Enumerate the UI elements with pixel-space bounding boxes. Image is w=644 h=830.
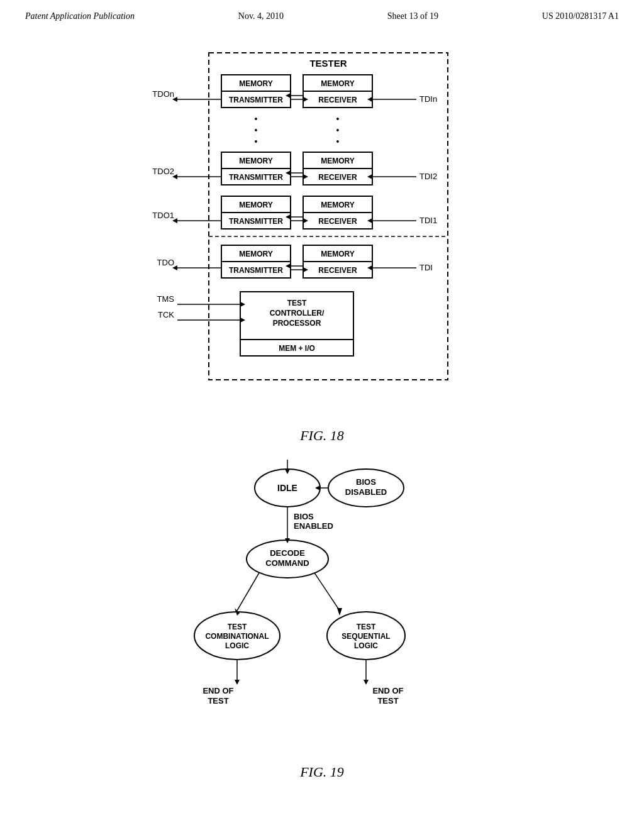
svg-text:TEST: TEST [228, 622, 247, 631]
svg-marker-87 [240, 302, 245, 307]
svg-text:END  OF: END OF [372, 686, 403, 695]
fig19-svg: IDLE BIOS DISABLED BIOS ENABLED DECODE C… [171, 453, 473, 761]
svg-text:END  OF: END OF [203, 686, 233, 695]
svg-text:RECEIVER: RECEIVER [318, 217, 357, 226]
svg-text:BIOS: BIOS [356, 477, 376, 487]
svg-marker-98 [315, 485, 320, 490]
svg-text:MEMORY: MEMORY [321, 157, 355, 165]
svg-text:TEST: TEST [287, 299, 307, 307]
svg-marker-10 [303, 97, 308, 102]
svg-text:TDI1: TDI1 [419, 216, 437, 225]
svg-line-108 [314, 573, 340, 611]
svg-text:TRANSMITTER: TRANSMITTER [229, 266, 283, 275]
fig19-caption: FIG. 19 [171, 764, 473, 780]
svg-text:MEMORY: MEMORY [239, 157, 273, 165]
svg-marker-121 [364, 680, 369, 685]
svg-text:TRANSMITTER: TRANSMITTER [229, 217, 283, 226]
svg-text:TEST: TEST [377, 696, 398, 706]
svg-marker-36 [286, 170, 291, 175]
fig18-svg: TESTER MEMORY TRANSMITTER MEMORY RECEIVE… [140, 40, 504, 424]
svg-text:SEQUENTIAL: SEQUENTIAL [341, 632, 390, 641]
svg-marker-119 [235, 680, 240, 685]
svg-text:PROCESSOR: PROCESSOR [273, 319, 321, 328]
svg-text:TDO2: TDO2 [152, 167, 174, 176]
svg-text:TDI2: TDI2 [419, 172, 437, 181]
svg-text:•: • [336, 136, 340, 147]
svg-marker-52 [303, 218, 308, 223]
svg-text:•: • [255, 114, 258, 124]
svg-text:DISABLED: DISABLED [345, 487, 387, 497]
header-publication: Patent Application Publication [25, 11, 135, 21]
svg-text:TRANSMITTER: TRANSMITTER [229, 173, 283, 182]
svg-text:MEMORY: MEMORY [321, 79, 355, 88]
header-patent-number: US 2010/0281317 A1 [542, 11, 619, 21]
svg-text:LOGIC: LOGIC [225, 641, 249, 650]
svg-text:TEST: TEST [208, 696, 228, 706]
svg-text:TMS: TMS [157, 294, 175, 304]
svg-marker-71 [303, 267, 308, 272]
svg-text:MEMORY: MEMORY [321, 250, 355, 258]
svg-text:MEMORY: MEMORY [321, 201, 355, 209]
tester-title: TESTER [309, 58, 347, 69]
svg-text:TDIn: TDIn [419, 94, 437, 104]
svg-text:MEMORY: MEMORY [239, 79, 273, 88]
svg-marker-12 [286, 93, 291, 98]
fig19-diagram: IDLE BIOS DISABLED BIOS ENABLED DECODE C… [171, 453, 473, 780]
svg-marker-90 [240, 318, 245, 323]
fig18-caption: FIG. 18 [140, 428, 504, 444]
svg-text:•: • [255, 136, 258, 147]
svg-text:ENABLED: ENABLED [294, 521, 333, 531]
header-sheet: Sheet 13 of 19 [387, 11, 438, 21]
svg-text:•: • [336, 125, 340, 135]
svg-text:•: • [255, 125, 258, 135]
main-content: TESTER MEMORY TRANSMITTER MEMORY RECEIVE… [0, 28, 644, 780]
svg-text:TDOn: TDOn [152, 89, 174, 99]
svg-text:IDLE: IDLE [277, 483, 297, 493]
svg-text:DECODE: DECODE [270, 548, 305, 558]
svg-text:TEST: TEST [357, 622, 376, 631]
svg-text:MEM + I/O: MEM + I/O [279, 344, 315, 353]
svg-text:TRANSMITTER: TRANSMITTER [229, 96, 283, 104]
svg-marker-59 [367, 218, 372, 223]
svg-marker-109 [337, 608, 342, 616]
svg-text:COMBINATIONAL: COMBINATIONAL [205, 632, 269, 641]
svg-text:MEMORY: MEMORY [239, 201, 273, 209]
svg-text:RECEIVER: RECEIVER [318, 266, 357, 275]
svg-text:COMMAND: COMMAND [265, 558, 309, 568]
svg-marker-127 [285, 469, 290, 474]
svg-line-106 [237, 573, 259, 611]
svg-marker-17 [367, 97, 372, 102]
svg-text:RECEIVER: RECEIVER [318, 173, 357, 182]
svg-marker-73 [286, 263, 291, 268]
svg-marker-54 [286, 214, 291, 219]
svg-text:MEMORY: MEMORY [239, 250, 273, 258]
svg-text:TDO1: TDO1 [152, 211, 174, 220]
svg-marker-41 [367, 174, 372, 179]
svg-text:TDO: TDO [157, 258, 174, 267]
svg-text:TDI: TDI [419, 263, 433, 272]
svg-text:RECEIVER: RECEIVER [318, 96, 357, 104]
fig18-diagram: TESTER MEMORY TRANSMITTER MEMORY RECEIVE… [140, 40, 504, 453]
svg-text:TCK: TCK [158, 310, 174, 319]
svg-marker-78 [367, 265, 372, 270]
header-date: Nov. 4, 2010 [238, 11, 284, 21]
svg-text:LOGIC: LOGIC [354, 641, 378, 650]
svg-marker-34 [303, 174, 308, 179]
svg-text:BIOS: BIOS [294, 512, 314, 521]
svg-text:•: • [336, 114, 340, 124]
page-header: Patent Application Publication Nov. 4, 2… [0, 0, 644, 28]
svg-text:CONTROLLER/: CONTROLLER/ [270, 309, 325, 318]
